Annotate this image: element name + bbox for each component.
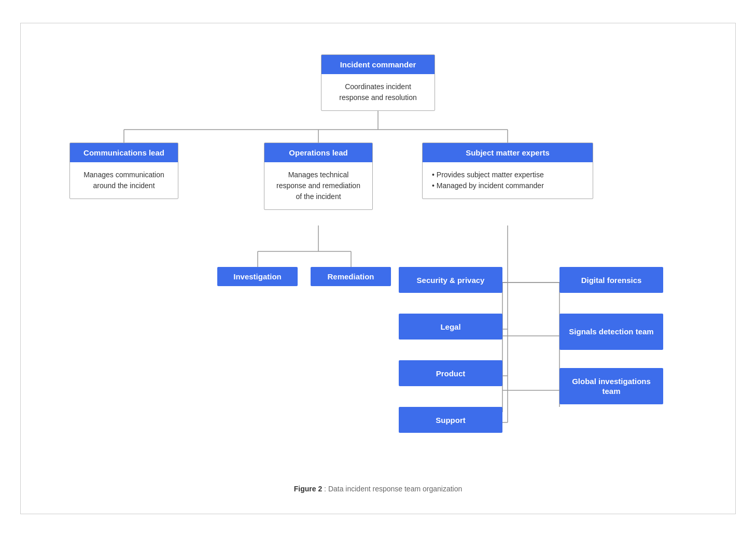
incident-commander-node: Incident commander Coordinates incident … [321, 54, 435, 111]
sme-body: • Provides subject matter expertise • Ma… [423, 162, 593, 199]
sme-line2: • Managed by incident commander [432, 180, 583, 191]
figure-text: : [324, 485, 328, 493]
incident-commander-header: Incident commander [321, 55, 435, 74]
subject-matter-experts-node: Subject matter experts • Provides subjec… [422, 143, 593, 199]
operations-lead-body: Manages technical response and remediati… [264, 162, 372, 209]
sme-header: Subject matter experts [423, 143, 593, 162]
signals-detection-node: Signals detection team [559, 314, 663, 350]
incident-commander-body: Coordinates incident response and resolu… [321, 74, 435, 110]
operations-lead-header: Operations lead [264, 143, 372, 162]
communications-lead-header: Communications lead [70, 143, 178, 162]
support-node: Support [399, 407, 502, 433]
communications-lead-node: Communications lead Manages communicatio… [69, 143, 178, 199]
sme-line1: • Provides subject matter expertise [432, 169, 583, 180]
global-investigations-node: Global investigations team [559, 368, 663, 404]
figure-description: Data incident response team organization [328, 485, 462, 493]
operations-lead-node: Operations lead Manages technical respon… [264, 143, 373, 210]
digital-forensics-node: Digital forensics [559, 267, 663, 293]
diagram-container: Incident commander Coordinates incident … [20, 23, 736, 514]
communications-lead-body: Manages communication around the inciden… [70, 162, 178, 199]
figure-label: Figure 2 [294, 485, 322, 493]
investigation-node: Investigation [217, 267, 298, 286]
org-chart: Incident commander Coordinates incident … [41, 44, 715, 469]
remediation-node: Remediation [311, 267, 391, 286]
figure-caption: Figure 2 : Data incident response team o… [294, 485, 463, 493]
product-node: Product [399, 360, 502, 386]
legal-node: Legal [399, 314, 502, 340]
security-privacy-node: Security & privacy [399, 267, 502, 293]
